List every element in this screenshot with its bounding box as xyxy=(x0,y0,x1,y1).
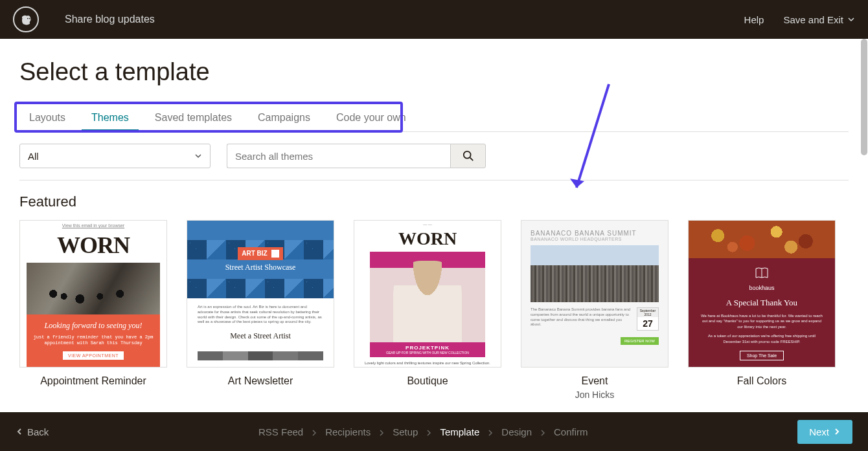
svg-point-2 xyxy=(29,18,30,19)
crumb-setup[interactable]: Setup xyxy=(393,426,418,437)
tab-themes[interactable]: Themes xyxy=(82,105,139,131)
template-card-appointment-reminder[interactable]: View this email in your browser WORN Loo… xyxy=(19,220,167,400)
template-author: Jon Hicks xyxy=(521,390,668,400)
category-dropdown-value: All xyxy=(28,151,39,162)
tab-saved-templates[interactable]: Saved templates xyxy=(145,105,242,131)
save-and-exit-button[interactable]: Save and Exit xyxy=(783,14,855,25)
search-button[interactable] xyxy=(450,144,486,168)
template-thumbnail: View this email in your browser WORN Loo… xyxy=(19,220,167,368)
save-and-exit-label: Save and Exit xyxy=(783,14,843,25)
template-card-event[interactable]: BANANACO BANANA SUMMIT BANANACO WORLD HE… xyxy=(521,220,668,400)
template-thumbnail: ART BIZ Street Artist Showcase Art is an… xyxy=(187,220,334,368)
template-grid: View this email in your browser WORN Loo… xyxy=(19,220,849,400)
chevron-right-icon xyxy=(311,426,317,437)
category-dropdown[interactable]: All xyxy=(19,144,211,168)
tab-campaigns[interactable]: Campaigns xyxy=(248,105,320,131)
chevron-down-icon xyxy=(847,16,855,23)
chevron-right-icon xyxy=(833,428,841,435)
template-name: Art Newsletter xyxy=(187,375,334,387)
crumb-recipients[interactable]: Recipients xyxy=(325,426,371,437)
page-title: Select a template xyxy=(19,58,849,86)
search-icon xyxy=(463,150,474,162)
template-thumbnail: bookhaus A Special Thank You We here at … xyxy=(688,220,836,368)
template-name: Fall Colors xyxy=(688,375,836,387)
search-input[interactable] xyxy=(227,144,450,168)
back-label: Back xyxy=(27,426,49,437)
template-thumbnail: — — WORN PROJEKTPINK GEAR UP FOR SPRING … xyxy=(354,220,501,368)
help-link[interactable]: Help xyxy=(744,14,764,25)
chevron-right-icon xyxy=(426,426,432,437)
template-card-art-newsletter[interactable]: ART BIZ Street Artist Showcase Art is an… xyxy=(187,220,334,400)
svg-point-3 xyxy=(463,151,470,159)
chevron-right-icon xyxy=(378,426,385,437)
annotation-arrow xyxy=(564,78,622,201)
template-name: Event xyxy=(521,375,668,387)
chevron-left-icon xyxy=(16,428,23,435)
crumb-confirm[interactable]: Confirm xyxy=(554,426,588,437)
campaign-title: Share blog updates xyxy=(65,14,155,25)
next-button[interactable]: Next xyxy=(797,420,852,444)
tab-layouts[interactable]: Layouts xyxy=(19,105,75,131)
back-button[interactable]: Back xyxy=(16,426,49,437)
mailchimp-freddie-icon xyxy=(17,10,35,28)
book-icon xyxy=(699,267,825,282)
tab-code-your-own[interactable]: Code your own xyxy=(326,105,416,131)
template-name: Appointment Reminder xyxy=(19,375,167,387)
brand-logo[interactable] xyxy=(13,6,39,32)
chevron-right-icon xyxy=(540,426,546,437)
template-name: Boutique xyxy=(354,375,501,387)
crumb-design[interactable]: Design xyxy=(501,426,532,437)
main-content: Select a template Layouts Themes Saved t… xyxy=(0,39,868,412)
next-label: Next xyxy=(809,426,829,437)
template-thumbnail: BANANACO BANANA SUMMIT BANANACO WORLD HE… xyxy=(521,220,668,368)
svg-point-1 xyxy=(27,18,29,19)
scrollbar-thumb[interactable] xyxy=(861,39,867,155)
section-title-featured: Featured xyxy=(19,193,849,210)
wizard-breadcrumbs: RSS Feed Recipients Setup Template Desig… xyxy=(49,426,797,437)
tab-navigation: Layouts Themes Saved templates Campaigns… xyxy=(19,105,849,132)
crumb-rss-feed[interactable]: RSS Feed xyxy=(258,426,303,437)
footer-wizard-bar: Back RSS Feed Recipients Setup Template … xyxy=(0,412,868,451)
divider xyxy=(19,180,849,181)
template-card-fall-colors[interactable]: bookhaus A Special Thank You We here at … xyxy=(688,220,836,400)
crumb-template[interactable]: Template xyxy=(440,426,479,437)
top-bar: Share blog updates Help Save and Exit xyxy=(0,0,868,39)
svg-line-5 xyxy=(577,84,609,188)
chevron-down-icon xyxy=(194,152,202,160)
search-group xyxy=(227,144,486,168)
svg-line-4 xyxy=(470,158,473,161)
template-card-boutique[interactable]: — — WORN PROJEKTPINK GEAR UP FOR SPRING … xyxy=(354,220,501,400)
filter-row: All xyxy=(19,144,849,168)
chevron-right-icon xyxy=(487,426,494,437)
